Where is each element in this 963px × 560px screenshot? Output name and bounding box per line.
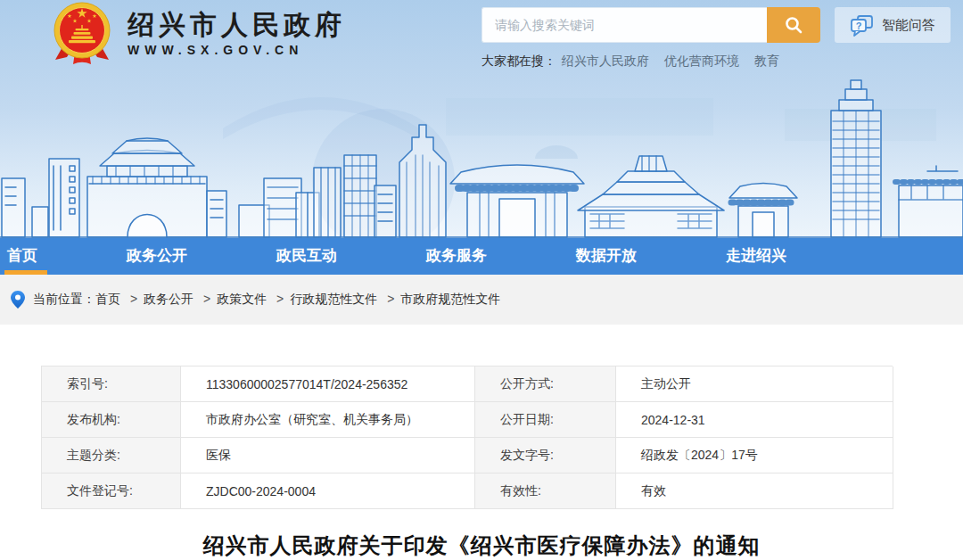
search-button[interactable] — [767, 7, 820, 43]
info-value: 11330600002577014T/2024-256352 — [181, 366, 475, 402]
search-icon — [784, 15, 803, 35]
hot-search-row: 大家都在搜： 绍兴市人民政府优化营商环境教育 — [482, 54, 779, 70]
info-label: 索引号: — [42, 366, 181, 402]
chat-question-icon: ? — [850, 14, 874, 37]
main-nav: 首页 政务公开 政民互动 政务服务 数据开放 走进绍兴 — [0, 238, 963, 275]
nav-item[interactable]: 政务公开 — [127, 238, 187, 275]
location-pin-icon — [11, 291, 25, 309]
info-value: 有效 — [616, 474, 893, 509]
info-label: 发布机构: — [42, 402, 181, 438]
banner: 绍兴市人民政府 WWW.SX.GOV.CN ? 智能问答 — [0, 0, 963, 238]
info-value: 医保 — [181, 438, 475, 474]
info-value: ZJDC00-2024-0004 — [181, 474, 475, 509]
smart-qa-label: 智能问答 — [882, 17, 935, 34]
page: 绍兴市人民政府 WWW.SX.GOV.CN ? 智能问答 — [0, 0, 963, 560]
nav-item[interactable]: 政务服务 — [426, 238, 487, 275]
svg-text:?: ? — [856, 20, 862, 30]
info-label: 有效性: — [475, 474, 616, 509]
breadcrumb-item: 行政规范性文件 > — [290, 292, 400, 308]
city-skyline-illustration — [0, 73, 963, 238]
hot-search-label: 大家都在搜： — [482, 54, 556, 70]
breadcrumb: 当前位置： 首页 > 政务公开 > 政策文件 > 行政规范 — [0, 275, 963, 325]
info-label: 主题分类: — [42, 438, 181, 474]
national-emblem-icon — [49, 1, 115, 67]
search-input[interactable] — [482, 7, 767, 43]
search-bar — [482, 7, 820, 43]
info-label: 公开方式: — [475, 366, 616, 402]
site-logo[interactable]: 绍兴市人民政府 WWW.SX.GOV.CN — [49, 1, 346, 67]
info-value: 绍政发〔2024〕17号 — [616, 438, 893, 474]
nav-item[interactable]: 数据开放 — [576, 238, 637, 275]
info-value: 市政府办公室（研究室、机关事务局） — [181, 402, 475, 438]
info-label: 发文字号: — [475, 438, 616, 474]
site-url: WWW.SX.GOV.CN — [128, 43, 346, 57]
nav-item[interactable]: 走进绍兴 — [726, 238, 786, 275]
doc-info-table: 索引号: 11330600002577014T/2024-256352 公开方式… — [41, 366, 893, 509]
hot-search-link[interactable]: 绍兴市人民政府 — [562, 54, 649, 70]
nav-item[interactable]: 政民互动 — [276, 238, 337, 275]
info-label: 公开日期: — [475, 402, 616, 438]
smart-qa-button[interactable]: ? 智能问答 — [835, 7, 951, 43]
info-label: 文件登记号: — [42, 474, 181, 509]
breadcrumb-item: 首页 > — [95, 292, 144, 308]
breadcrumb-item: 政务公开 > — [144, 292, 217, 308]
breadcrumb-prefix: 当前位置： — [33, 292, 95, 308]
hot-search-link[interactable]: 优化营商环境 — [664, 54, 739, 70]
site-name: 绍兴市人民政府 — [128, 10, 346, 40]
document-title: 绍兴市人民政府关于印发《绍兴市医疗保障办法》的通知 — [0, 531, 963, 560]
hot-search-link[interactable]: 教育 — [754, 54, 779, 70]
breadcrumb-item: 市政府规范性文件 — [400, 292, 513, 308]
info-value: 2024-12-31 — [616, 402, 893, 438]
breadcrumb-item: 政策文件 > — [217, 292, 290, 308]
nav-item[interactable]: 首页 — [7, 238, 37, 275]
info-value: 主动公开 — [616, 366, 893, 402]
